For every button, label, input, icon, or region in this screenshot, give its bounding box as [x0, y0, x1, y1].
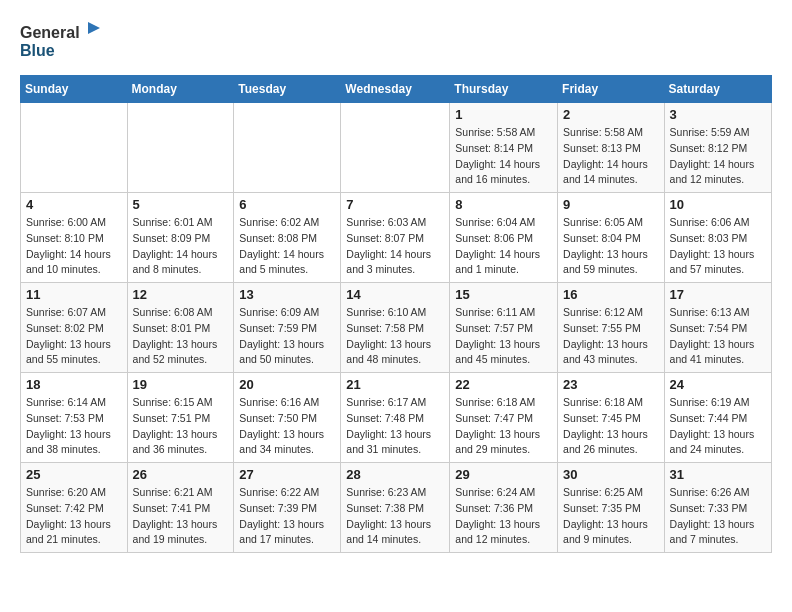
weekday-header-tuesday: Tuesday [234, 76, 341, 103]
calendar-cell: 18Sunrise: 6:14 AM Sunset: 7:53 PM Dayli… [21, 373, 128, 463]
day-number: 4 [26, 197, 122, 212]
day-detail: Sunrise: 5:58 AM Sunset: 8:14 PM Dayligh… [455, 125, 552, 188]
week-row-5: 25Sunrise: 6:20 AM Sunset: 7:42 PM Dayli… [21, 463, 772, 553]
day-detail: Sunrise: 6:20 AM Sunset: 7:42 PM Dayligh… [26, 485, 122, 548]
calendar-cell: 25Sunrise: 6:20 AM Sunset: 7:42 PM Dayli… [21, 463, 128, 553]
calendar-cell: 6Sunrise: 6:02 AM Sunset: 8:08 PM Daylig… [234, 193, 341, 283]
calendar-cell [127, 103, 234, 193]
day-detail: Sunrise: 6:17 AM Sunset: 7:48 PM Dayligh… [346, 395, 444, 458]
svg-marker-1 [88, 22, 100, 34]
day-number: 18 [26, 377, 122, 392]
day-number: 9 [563, 197, 659, 212]
day-detail: Sunrise: 6:09 AM Sunset: 7:59 PM Dayligh… [239, 305, 335, 368]
day-detail: Sunrise: 6:06 AM Sunset: 8:03 PM Dayligh… [670, 215, 766, 278]
day-detail: Sunrise: 6:13 AM Sunset: 7:54 PM Dayligh… [670, 305, 766, 368]
day-number: 28 [346, 467, 444, 482]
calendar-cell: 10Sunrise: 6:06 AM Sunset: 8:03 PM Dayli… [664, 193, 771, 283]
day-detail: Sunrise: 6:07 AM Sunset: 8:02 PM Dayligh… [26, 305, 122, 368]
weekday-header-wednesday: Wednesday [341, 76, 450, 103]
calendar-cell: 2Sunrise: 5:58 AM Sunset: 8:13 PM Daylig… [558, 103, 665, 193]
day-detail: Sunrise: 5:59 AM Sunset: 8:12 PM Dayligh… [670, 125, 766, 188]
day-detail: Sunrise: 6:18 AM Sunset: 7:45 PM Dayligh… [563, 395, 659, 458]
day-number: 24 [670, 377, 766, 392]
day-number: 7 [346, 197, 444, 212]
week-row-2: 4Sunrise: 6:00 AM Sunset: 8:10 PM Daylig… [21, 193, 772, 283]
day-number: 27 [239, 467, 335, 482]
calendar-cell: 21Sunrise: 6:17 AM Sunset: 7:48 PM Dayli… [341, 373, 450, 463]
day-detail: Sunrise: 6:08 AM Sunset: 8:01 PM Dayligh… [133, 305, 229, 368]
svg-text:Blue: Blue [20, 42, 55, 59]
calendar-cell: 12Sunrise: 6:08 AM Sunset: 8:01 PM Dayli… [127, 283, 234, 373]
day-number: 31 [670, 467, 766, 482]
calendar-cell: 17Sunrise: 6:13 AM Sunset: 7:54 PM Dayli… [664, 283, 771, 373]
day-detail: Sunrise: 6:05 AM Sunset: 8:04 PM Dayligh… [563, 215, 659, 278]
weekday-header-sunday: Sunday [21, 76, 128, 103]
day-number: 13 [239, 287, 335, 302]
calendar-cell: 3Sunrise: 5:59 AM Sunset: 8:12 PM Daylig… [664, 103, 771, 193]
day-number: 26 [133, 467, 229, 482]
calendar-cell: 4Sunrise: 6:00 AM Sunset: 8:10 PM Daylig… [21, 193, 128, 283]
day-number: 15 [455, 287, 552, 302]
day-number: 14 [346, 287, 444, 302]
day-detail: Sunrise: 6:14 AM Sunset: 7:53 PM Dayligh… [26, 395, 122, 458]
day-detail: Sunrise: 6:12 AM Sunset: 7:55 PM Dayligh… [563, 305, 659, 368]
calendar-cell: 24Sunrise: 6:19 AM Sunset: 7:44 PM Dayli… [664, 373, 771, 463]
day-number: 21 [346, 377, 444, 392]
calendar-cell: 11Sunrise: 6:07 AM Sunset: 8:02 PM Dayli… [21, 283, 128, 373]
calendar-cell: 5Sunrise: 6:01 AM Sunset: 8:09 PM Daylig… [127, 193, 234, 283]
calendar-cell: 22Sunrise: 6:18 AM Sunset: 7:47 PM Dayli… [450, 373, 558, 463]
day-detail: Sunrise: 6:15 AM Sunset: 7:51 PM Dayligh… [133, 395, 229, 458]
day-number: 11 [26, 287, 122, 302]
calendar-cell [21, 103, 128, 193]
calendar-cell: 26Sunrise: 6:21 AM Sunset: 7:41 PM Dayli… [127, 463, 234, 553]
day-detail: Sunrise: 5:58 AM Sunset: 8:13 PM Dayligh… [563, 125, 659, 188]
day-number: 22 [455, 377, 552, 392]
day-number: 20 [239, 377, 335, 392]
day-detail: Sunrise: 6:18 AM Sunset: 7:47 PM Dayligh… [455, 395, 552, 458]
day-number: 29 [455, 467, 552, 482]
day-detail: Sunrise: 6:04 AM Sunset: 8:06 PM Dayligh… [455, 215, 552, 278]
calendar-table: SundayMondayTuesdayWednesdayThursdayFrid… [20, 75, 772, 553]
day-detail: Sunrise: 6:23 AM Sunset: 7:38 PM Dayligh… [346, 485, 444, 548]
day-number: 5 [133, 197, 229, 212]
day-detail: Sunrise: 6:02 AM Sunset: 8:08 PM Dayligh… [239, 215, 335, 278]
calendar-cell [341, 103, 450, 193]
day-detail: Sunrise: 6:25 AM Sunset: 7:35 PM Dayligh… [563, 485, 659, 548]
day-detail: Sunrise: 6:03 AM Sunset: 8:07 PM Dayligh… [346, 215, 444, 278]
calendar-cell: 8Sunrise: 6:04 AM Sunset: 8:06 PM Daylig… [450, 193, 558, 283]
logo: GeneralBlue [20, 20, 110, 65]
day-number: 12 [133, 287, 229, 302]
weekday-header-thursday: Thursday [450, 76, 558, 103]
week-row-1: 1Sunrise: 5:58 AM Sunset: 8:14 PM Daylig… [21, 103, 772, 193]
day-number: 30 [563, 467, 659, 482]
day-detail: Sunrise: 6:19 AM Sunset: 7:44 PM Dayligh… [670, 395, 766, 458]
calendar-cell: 7Sunrise: 6:03 AM Sunset: 8:07 PM Daylig… [341, 193, 450, 283]
calendar-cell: 1Sunrise: 5:58 AM Sunset: 8:14 PM Daylig… [450, 103, 558, 193]
weekday-header-row: SundayMondayTuesdayWednesdayThursdayFrid… [21, 76, 772, 103]
calendar-cell: 13Sunrise: 6:09 AM Sunset: 7:59 PM Dayli… [234, 283, 341, 373]
calendar-cell: 16Sunrise: 6:12 AM Sunset: 7:55 PM Dayli… [558, 283, 665, 373]
day-number: 23 [563, 377, 659, 392]
calendar-cell: 27Sunrise: 6:22 AM Sunset: 7:39 PM Dayli… [234, 463, 341, 553]
calendar-cell: 19Sunrise: 6:15 AM Sunset: 7:51 PM Dayli… [127, 373, 234, 463]
calendar-cell: 30Sunrise: 6:25 AM Sunset: 7:35 PM Dayli… [558, 463, 665, 553]
day-detail: Sunrise: 6:11 AM Sunset: 7:57 PM Dayligh… [455, 305, 552, 368]
day-detail: Sunrise: 6:21 AM Sunset: 7:41 PM Dayligh… [133, 485, 229, 548]
calendar-cell: 28Sunrise: 6:23 AM Sunset: 7:38 PM Dayli… [341, 463, 450, 553]
svg-text:General: General [20, 24, 80, 41]
day-number: 25 [26, 467, 122, 482]
calendar-cell: 23Sunrise: 6:18 AM Sunset: 7:45 PM Dayli… [558, 373, 665, 463]
logo-svg: GeneralBlue [20, 20, 110, 65]
weekday-header-monday: Monday [127, 76, 234, 103]
day-detail: Sunrise: 6:16 AM Sunset: 7:50 PM Dayligh… [239, 395, 335, 458]
day-detail: Sunrise: 6:24 AM Sunset: 7:36 PM Dayligh… [455, 485, 552, 548]
weekday-header-friday: Friday [558, 76, 665, 103]
calendar-cell: 9Sunrise: 6:05 AM Sunset: 8:04 PM Daylig… [558, 193, 665, 283]
day-number: 2 [563, 107, 659, 122]
day-detail: Sunrise: 6:00 AM Sunset: 8:10 PM Dayligh… [26, 215, 122, 278]
day-number: 16 [563, 287, 659, 302]
calendar-cell [234, 103, 341, 193]
day-detail: Sunrise: 6:26 AM Sunset: 7:33 PM Dayligh… [670, 485, 766, 548]
calendar-cell: 29Sunrise: 6:24 AM Sunset: 7:36 PM Dayli… [450, 463, 558, 553]
day-number: 8 [455, 197, 552, 212]
